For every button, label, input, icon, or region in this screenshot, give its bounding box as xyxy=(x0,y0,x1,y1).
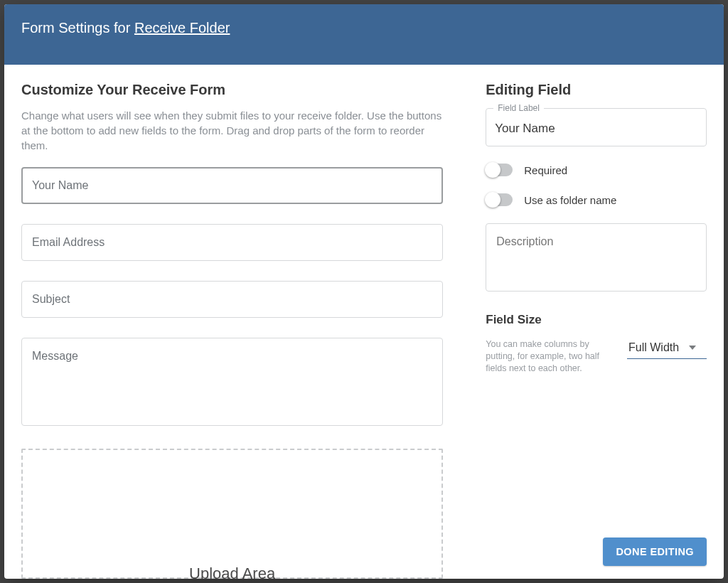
field-size-value: Full Width xyxy=(628,341,679,354)
field-editor-pane: Editing Field Field Label Required Use a… xyxy=(486,82,707,579)
upload-area[interactable]: Upload Area xyxy=(21,449,443,579)
field-size-description: You can make columns by putting, for exa… xyxy=(486,338,607,375)
toggle-knob xyxy=(485,192,500,208)
required-row: Required xyxy=(486,164,707,176)
required-toggle[interactable] xyxy=(486,164,513,176)
form-preview-pane: Customize Your Receive Form Change what … xyxy=(21,82,443,579)
field-label-input[interactable] xyxy=(495,122,697,136)
toggle-knob xyxy=(485,162,500,178)
folder-name-row: Use as folder name xyxy=(486,193,707,206)
form-field-email[interactable]: Email Address xyxy=(21,224,443,261)
field-label-legend: Field Label xyxy=(493,103,544,113)
form-field-name[interactable]: Your Name xyxy=(21,167,443,204)
folder-name-label: Use as folder name xyxy=(524,194,616,206)
chevron-down-icon xyxy=(689,346,696,350)
modal-header: Form Settings for Receive Folder xyxy=(4,4,724,65)
folder-name-toggle[interactable] xyxy=(486,193,513,206)
editing-field-title: Editing Field xyxy=(486,82,707,98)
done-editing-button[interactable]: DONE EDITING xyxy=(603,537,707,566)
form-settings-modal: Form Settings for Receive Folder Customi… xyxy=(4,4,724,579)
form-field-subject[interactable]: Subject xyxy=(21,281,443,318)
modal-footer: DONE EDITING xyxy=(603,537,707,566)
field-label-box: Field Label xyxy=(486,108,707,146)
field-size-title: Field Size xyxy=(486,313,707,327)
form-field-message[interactable]: Message xyxy=(21,338,443,426)
customize-title: Customize Your Receive Form xyxy=(21,82,443,98)
field-size-row: You can make columns by putting, for exa… xyxy=(486,338,707,375)
receive-folder-link[interactable]: Receive Folder xyxy=(134,20,230,36)
modal-body: Customize Your Receive Form Change what … xyxy=(4,65,724,579)
modal-title-prefix: Form Settings for xyxy=(21,20,134,36)
description-input[interactable] xyxy=(486,223,707,292)
field-size-select[interactable]: Full Width xyxy=(627,338,707,359)
required-label: Required xyxy=(524,164,567,176)
upload-area-label: Upload Area xyxy=(189,565,275,579)
customize-description: Change what users will see when they sub… xyxy=(21,108,443,153)
